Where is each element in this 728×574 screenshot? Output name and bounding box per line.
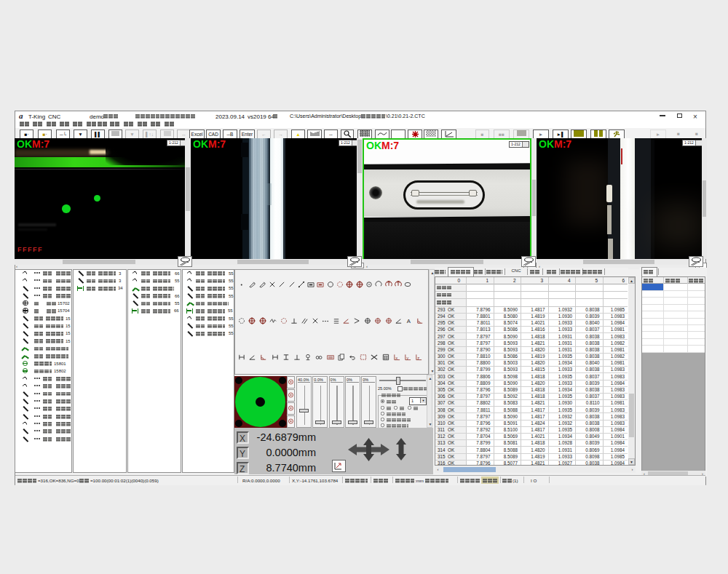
- svg-text:y: y: [406, 356, 408, 360]
- svg-text:x: x: [395, 356, 397, 360]
- svg-text:z: z: [417, 356, 419, 360]
- svg-text:A: A: [407, 318, 411, 324]
